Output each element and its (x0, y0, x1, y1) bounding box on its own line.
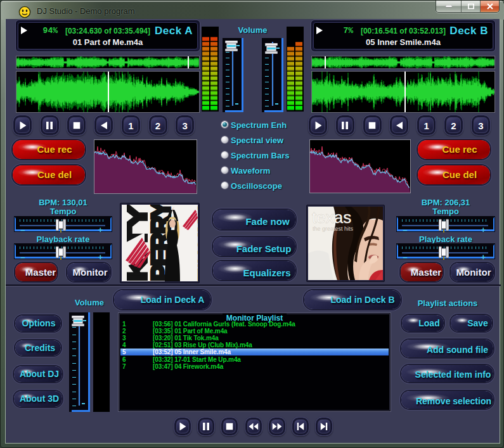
svg-text:the greatest hits: the greatest hits (313, 226, 354, 232)
svg-text:texas: texas (312, 208, 351, 227)
